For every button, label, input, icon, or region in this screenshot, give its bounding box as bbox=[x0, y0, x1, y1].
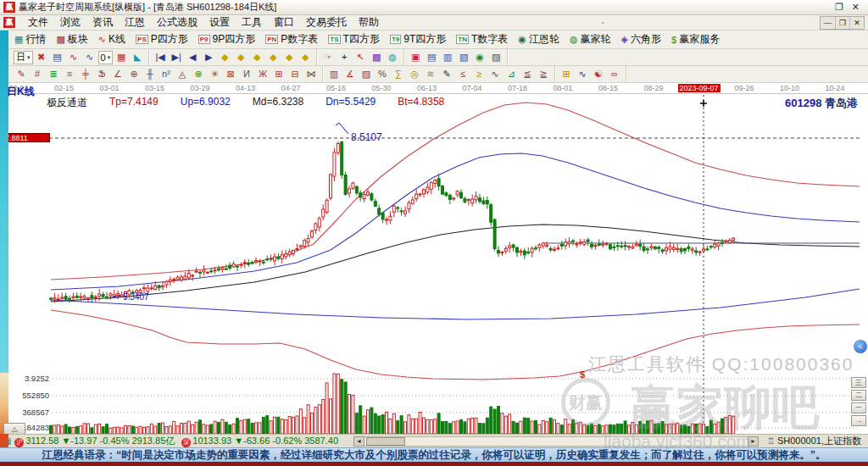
target-tool-icon[interactable]: ⊗ bbox=[191, 68, 206, 81]
channel-tool-icon[interactable]: ≦ bbox=[520, 68, 535, 81]
red-grid-tool-icon[interactable]: Ж bbox=[255, 68, 270, 81]
scroll-track[interactable] bbox=[364, 436, 748, 447]
gann-wheel-button[interactable]: ◉江恩轮 bbox=[514, 31, 564, 47]
winner-service-button[interactable]: $赢家服务 bbox=[667, 31, 724, 47]
pointer-icon[interactable]: ↖ bbox=[353, 51, 368, 64]
scroll-thumb[interactable] bbox=[366, 437, 405, 446]
next-bar-icon[interactable]: ▶ bbox=[201, 51, 216, 64]
p-number-table-button[interactable]: PNP数字表 bbox=[261, 31, 322, 47]
calculator-icon[interactable]: ▤ bbox=[424, 51, 439, 64]
pane-next-button[interactable]: → bbox=[851, 415, 866, 426]
gold-band-tool-icon[interactable]: ≋ bbox=[423, 68, 438, 81]
grid-lines-tool-icon[interactable]: ≣ bbox=[46, 68, 61, 81]
span-tool-icon[interactable]: ⋈ bbox=[303, 68, 319, 81]
save-icon[interactable]: ▧ bbox=[456, 51, 471, 64]
rail-tool-icon[interactable]: ╪ bbox=[78, 68, 93, 81]
prev-bar-icon[interactable]: ◀ bbox=[185, 51, 200, 64]
sectors-button[interactable]: ▩板块 bbox=[52, 31, 92, 47]
minimize-doc-button[interactable]: — bbox=[821, 17, 835, 29]
t-number-table-button[interactable]: TNT数字表 bbox=[452, 31, 512, 47]
menu-item-工具[interactable]: 工具 bbox=[236, 16, 268, 28]
zero-dropdown[interactable]: 0▾ bbox=[98, 51, 114, 64]
fan-lines-tool-icon[interactable]: ∡ bbox=[342, 68, 358, 81]
menu-item-交易委托[interactable]: 交易委托 bbox=[300, 16, 353, 28]
scroll-left-arrow[interactable]: ◄ bbox=[353, 436, 364, 447]
pane-split-3-button[interactable]: 三 bbox=[851, 377, 866, 388]
trend-a-tool-icon[interactable]: ≤ bbox=[455, 68, 470, 81]
menu-item-帮助[interactable]: 帮助 bbox=[353, 16, 385, 28]
menu-item-窗口[interactable]: 窗口 bbox=[268, 16, 300, 28]
gann-diamond-3-icon[interactable]: ◆ bbox=[249, 51, 264, 64]
first-bar-icon[interactable]: |◀ bbox=[153, 51, 168, 64]
menu-item-设置[interactable]: 设置 bbox=[203, 16, 236, 28]
mesh-tool-icon[interactable]: ⊠ bbox=[223, 68, 238, 81]
menu-item-江恩[interactable]: 江恩 bbox=[119, 16, 151, 28]
gold-circle-tool-icon[interactable]: ◎ bbox=[407, 68, 422, 81]
close-doc-button[interactable]: ✕ bbox=[849, 17, 864, 29]
scroll-right-arrow[interactable]: ► bbox=[748, 436, 759, 447]
band-lines-tool-icon[interactable]: ≡ bbox=[62, 68, 77, 81]
compass-tool-icon[interactable]: ◬ bbox=[175, 68, 190, 81]
gann-diamond-1-icon[interactable]: ◆ bbox=[217, 51, 232, 64]
index-reference[interactable]: ♖ SH000001,上证指数 bbox=[767, 435, 865, 447]
close-window-button[interactable]: ✕ bbox=[852, 2, 860, 13]
volume-pane-toggle-button[interactable]: △ bbox=[3, 423, 25, 434]
notes-icon[interactable]: ▤ bbox=[50, 51, 65, 64]
gann-diamond-5-icon[interactable]: ◆ bbox=[281, 51, 297, 64]
p-square-button[interactable]: PSP四方形 bbox=[131, 31, 192, 47]
collapse-panel-button[interactable]: < bbox=[854, 340, 867, 353]
wave-down-icon[interactable]: ∿ bbox=[82, 51, 97, 64]
trend-b-tool-icon[interactable]: ≥ bbox=[471, 68, 487, 81]
angle-tool-icon[interactable]: ∠ bbox=[110, 68, 125, 81]
gann-diamond-2-icon[interactable]: ◆ bbox=[233, 51, 248, 64]
restore-doc-button[interactable]: ❐ bbox=[835, 17, 849, 29]
menu-item-浏览[interactable]: 浏览 bbox=[54, 16, 86, 28]
window-tool-icon[interactable]: ⊟ bbox=[287, 68, 303, 81]
gann-diamond-6-icon[interactable]: ◆ bbox=[298, 51, 313, 64]
winner-wheel-button[interactable]: ◍赢家轮 bbox=[565, 31, 615, 47]
close-panel-icon[interactable]: ✖ bbox=[34, 51, 49, 64]
wave-up-icon[interactable]: ∿ bbox=[66, 51, 81, 64]
cart-icon[interactable]: ▨ bbox=[488, 51, 504, 64]
menu-item-公式选股[interactable]: 公式选股 bbox=[151, 16, 203, 28]
retrace-tool-icon[interactable]: ▨ bbox=[359, 68, 374, 81]
pane-split-1-button[interactable]: 一 bbox=[851, 402, 866, 413]
ladder-tool-icon[interactable]: ≧ bbox=[536, 68, 551, 81]
golden-line-tool-icon[interactable]: ∑ bbox=[391, 68, 406, 81]
chart-mode-icon[interactable]: ∿ bbox=[575, 68, 590, 81]
help-grid-icon[interactable]: ▩ bbox=[369, 51, 384, 64]
period-day-dropdown[interactable]: 日▾ bbox=[14, 51, 33, 64]
infinity-icon[interactable]: ∞ bbox=[607, 68, 622, 81]
fence-tool-icon[interactable]: ⊞ bbox=[271, 68, 287, 81]
recycle-icon[interactable]: ◉ bbox=[472, 51, 487, 64]
quotes-button[interactable]: ▦行情 bbox=[10, 31, 50, 47]
pencil-tool-icon[interactable]: ✎ bbox=[14, 68, 29, 81]
t-square-button[interactable]: TST四方形 bbox=[324, 31, 384, 47]
computer-icon[interactable]: ▥ bbox=[440, 51, 455, 64]
star-tool-icon[interactable]: ✳ bbox=[207, 68, 222, 81]
kline-button[interactable]: ∿K线 bbox=[94, 31, 130, 47]
calendar-icon[interactable]: ▣ bbox=[408, 51, 423, 64]
percent-tool-icon[interactable]: % bbox=[375, 68, 390, 81]
wheel-tool-icon[interactable]: ⊕ bbox=[126, 68, 142, 81]
ink-tool-icon[interactable]: ✎ bbox=[439, 68, 454, 81]
menu-item-资讯[interactable]: 资讯 bbox=[86, 16, 119, 28]
gann-box-tool-icon[interactable]: ▥ bbox=[326, 68, 342, 81]
hatch-tool-icon[interactable]: ╫ bbox=[142, 68, 158, 81]
hexagon-button[interactable]: ◈六角形 bbox=[617, 31, 665, 47]
price-line-tool-icon[interactable]: И bbox=[239, 68, 254, 81]
wave-count-tool-icon[interactable]: ∿ bbox=[487, 68, 503, 81]
candlestick-chart[interactable]: 8.51075.3407$ bbox=[8, 83, 868, 434]
flag-icon[interactable]: ◣ bbox=[130, 51, 145, 64]
t9-square-button[interactable]: T99T四方形 bbox=[386, 31, 450, 47]
speed-line-tool-icon[interactable]: ⊿ bbox=[504, 68, 519, 81]
yinyang-icon[interactable]: ☯ bbox=[591, 68, 606, 81]
formula-icon[interactable]: ◍ bbox=[385, 51, 400, 64]
restore-window-button[interactable]: ❐ bbox=[835, 2, 843, 13]
hand-pan-icon[interactable]: ☞ bbox=[320, 51, 336, 64]
chart-scrollbar[interactable]: ◄ ► bbox=[353, 436, 759, 447]
square-n2-tool-icon[interactable]: n² bbox=[159, 68, 174, 81]
grid-box-icon[interactable]: ▦ bbox=[114, 51, 129, 64]
menu-item-文件[interactable]: 文件 bbox=[22, 16, 54, 28]
last-bar-icon[interactable]: ▶| bbox=[169, 51, 184, 64]
